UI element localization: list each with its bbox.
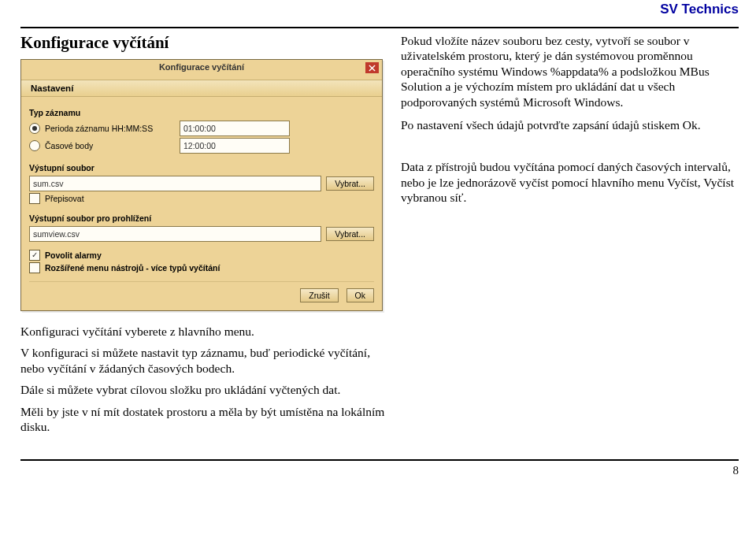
group-label-output: Výstupní soubor [29, 163, 374, 173]
brand-label: SV Technics [660, 2, 739, 17]
bottom-rule [20, 459, 739, 461]
close-button[interactable] [365, 62, 379, 73]
config-dialog: Konfigurace vyčítání Nastavení Typ zázna… [20, 59, 383, 311]
below-p2: V konfiguraci si můžete nastavit typ záz… [20, 345, 387, 376]
overwrite-checkbox[interactable] [29, 193, 40, 204]
allow-alarms-checkbox[interactable]: ✓ [29, 250, 40, 261]
period-value-field[interactable]: 01:00:00 [180, 121, 290, 136]
close-icon [369, 65, 376, 72]
radio-period[interactable] [29, 123, 40, 134]
group-label-type: Typ záznamu [29, 108, 374, 117]
allow-alarms-label: Povolit alarmy [45, 250, 102, 260]
browse-output-button[interactable]: Vybrat... [326, 176, 374, 191]
radio-timepoints[interactable] [29, 140, 40, 151]
page-number: 8 [20, 464, 739, 477]
overwrite-label: Přepisovat [45, 194, 84, 203]
extended-menu-checkbox[interactable] [29, 262, 40, 273]
view-file-field[interactable]: sumview.csv [29, 226, 321, 242]
radio-period-label: Perioda záznamu HH:MM:SS [45, 124, 175, 133]
dialog-tab-header: Nastavení [21, 80, 382, 97]
ok-button[interactable]: Ok [346, 288, 374, 302]
below-p3: Dále si můžete vybrat cílovou složku pro… [20, 382, 387, 397]
browse-view-button[interactable]: Vybrat... [326, 227, 374, 241]
right-p2: Po nastavení všech údajů potvrďte zapsán… [401, 117, 739, 132]
dialog-titlebar: Konfigurace vyčítání [21, 60, 382, 80]
radio-timepoints-label: Časové body [45, 141, 175, 150]
group-label-view: Výstupní soubor pro prohlížení [29, 213, 374, 223]
section-heading: Konfigurace vyčítání [20, 33, 387, 53]
dialog-title-text: Konfigurace vyčítání [159, 62, 244, 72]
cancel-button[interactable]: Zrušit [300, 288, 338, 302]
output-file-field[interactable]: sum.csv [29, 176, 321, 191]
below-p1: Konfiguraci vyčítání vyberete z hlavního… [20, 324, 387, 339]
right-p3: Data z přístrojů budou vyčítána pomocí d… [401, 159, 739, 205]
below-p4: Měli by jste v ní mít dostatek prostoru … [20, 404, 387, 435]
right-p1: Pokud vložíte název souboru bez cesty, v… [401, 33, 739, 109]
timepoints-value-field[interactable]: 12:00:00 [180, 138, 290, 154]
top-rule [20, 27, 739, 28]
extended-menu-label: Rozšířené menu nástrojů - více typů vyčí… [45, 263, 220, 273]
